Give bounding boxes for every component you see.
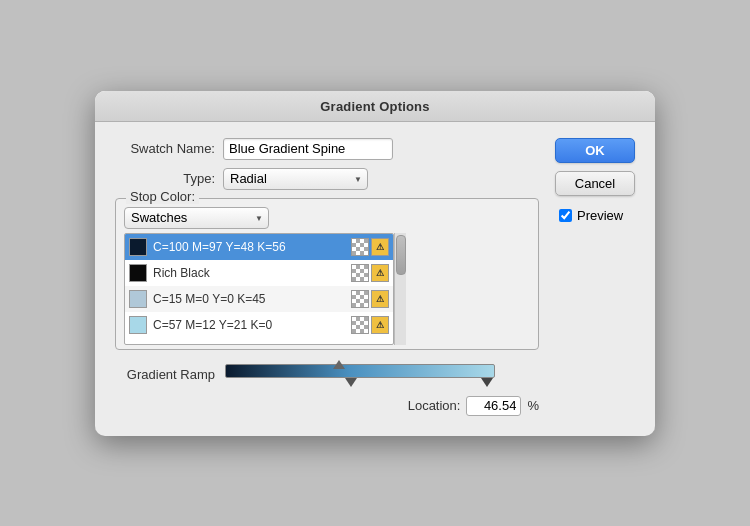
swatch-icons: ⚠ xyxy=(351,316,389,334)
swatch-icon-checker xyxy=(351,264,369,282)
ramp-track xyxy=(225,364,495,378)
swatch-list: C=100 M=97 Y=48 K=56 ⚠ Rich Black xyxy=(124,233,394,345)
stop-color-label: Stop Color: xyxy=(126,189,199,204)
stop-color-group: Stop Color: Swatches Color None xyxy=(115,198,539,350)
type-row: Type: Linear Radial xyxy=(115,168,539,190)
left-panel: Swatch Name: Type: Linear Radial Stop Co… xyxy=(115,138,539,416)
swatch-icons: ⚠ xyxy=(351,238,389,256)
swatch-item[interactable]: C=57 M=12 Y=21 K=0 ⚠ xyxy=(125,312,393,338)
swatch-item[interactable]: C=15 M=0 Y=0 K=45 ⚠ xyxy=(125,286,393,312)
location-unit: % xyxy=(527,398,539,413)
cancel-button[interactable]: Cancel xyxy=(555,171,635,196)
swatch-icon-warning: ⚠ xyxy=(371,238,389,256)
swatch-icon-warning: ⚠ xyxy=(371,264,389,282)
dialog-title: Gradient Options xyxy=(95,91,655,122)
swatch-icon-checker xyxy=(351,238,369,256)
swatch-icon-warning: ⚠ xyxy=(371,290,389,308)
swatch-icons: ⚠ xyxy=(351,264,389,282)
preview-label[interactable]: Preview xyxy=(577,208,623,223)
swatch-icon-warning: ⚠ xyxy=(371,316,389,334)
swatch-icons: ⚠ xyxy=(351,290,389,308)
swatch-color xyxy=(129,290,147,308)
swatch-name-label: Swatch Name: xyxy=(115,141,215,156)
swatch-name: C=100 M=97 Y=48 K=56 xyxy=(153,240,286,254)
swatch-icon-checker xyxy=(351,316,369,334)
location-label: Location: xyxy=(408,398,461,413)
type-select[interactable]: Linear Radial xyxy=(223,168,368,190)
swatch-name: C=15 M=0 Y=0 K=45 xyxy=(153,292,266,306)
gradient-options-dialog: Gradient Options Swatch Name: Type: Line… xyxy=(95,91,655,436)
swatch-name: Rich Black xyxy=(153,266,210,280)
type-select-wrapper: Linear Radial xyxy=(223,168,368,190)
ramp-thumb-1[interactable] xyxy=(333,360,345,369)
swatch-item[interactable]: C=100 M=97 Y=48 K=56 ⚠ xyxy=(125,234,393,260)
gradient-ramp-row: Gradient Ramp xyxy=(115,360,539,390)
stop-color-select-wrapper: Swatches Color None xyxy=(124,207,269,229)
swatch-item[interactable]: Rich Black ⚠ xyxy=(125,260,393,286)
swatch-color xyxy=(129,238,147,256)
scrollbar[interactable] xyxy=(394,233,406,345)
swatch-name-input[interactable] xyxy=(223,138,393,160)
ramp-track-container[interactable] xyxy=(225,360,495,390)
location-row: Location: % xyxy=(115,396,539,416)
gradient-ramp-label: Gradient Ramp xyxy=(115,367,215,382)
swatch-color xyxy=(129,264,147,282)
scrollbar-thumb[interactable] xyxy=(396,235,406,275)
stop-color-select[interactable]: Swatches Color None xyxy=(124,207,269,229)
location-input[interactable] xyxy=(466,396,521,416)
swatch-name: C=57 M=12 Y=21 K=0 xyxy=(153,318,272,332)
stop-color-row: Swatches Color None xyxy=(124,207,530,229)
swatch-icon-checker xyxy=(351,290,369,308)
type-label: Type: xyxy=(115,171,215,186)
ramp-thumb-3[interactable] xyxy=(481,378,493,387)
swatch-color xyxy=(129,316,147,334)
ok-button[interactable]: OK xyxy=(555,138,635,163)
preview-row: Preview xyxy=(559,208,635,223)
swatch-name-row: Swatch Name: xyxy=(115,138,539,160)
gradient-ramp-section: Gradient Ramp xyxy=(115,360,539,416)
ramp-thumb-2[interactable] xyxy=(345,378,357,387)
preview-checkbox[interactable] xyxy=(559,209,572,222)
right-panel: OK Cancel Preview xyxy=(555,138,635,416)
